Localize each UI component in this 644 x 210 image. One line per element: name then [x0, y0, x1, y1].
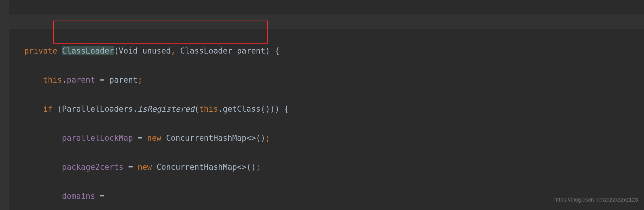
code-line[interactable]: domains = [24, 189, 644, 203]
code-line[interactable]: private ClassLoader(Void unused, ClassLo… [24, 44, 644, 58]
keyword-new: new [138, 162, 152, 172]
method-isregistered: isRegistered [138, 104, 195, 113]
diamond: <>() [246, 133, 266, 143]
close: ())) { [261, 104, 289, 113]
keyword-if: if [43, 104, 53, 113]
type-parallel-loaders: ParallelLoaders [62, 104, 133, 113]
open-paren: ( [53, 104, 62, 113]
code-line[interactable]: parallelLockMap = new ConcurrentHashMap<… [24, 131, 644, 145]
type-concurrenthashmap: ConcurrentHashMap [166, 133, 246, 143]
field-parent: parent [67, 75, 95, 84]
semicolon: ; [138, 75, 143, 84]
dot: . [133, 104, 138, 113]
keyword-this: this [199, 104, 218, 113]
keyword-private: private [24, 46, 57, 55]
param-unused: unused [142, 46, 171, 55]
dot: . [218, 104, 223, 113]
eq: = [133, 133, 147, 143]
field-parallellockmap: parallelLockMap [62, 133, 133, 143]
param-parent: parent [237, 46, 265, 55]
eq: = [95, 192, 105, 201]
method-getclass: getClass [223, 104, 261, 113]
code-line[interactable]: if (ParallelLoaders.isRegistered(this.ge… [24, 102, 644, 116]
dot: . [62, 75, 67, 84]
diamond: <>() [237, 162, 256, 172]
space [152, 162, 157, 172]
type-void: Void [119, 46, 138, 55]
type-classloader: ClassLoader [180, 46, 232, 55]
var-parent: parent [109, 75, 138, 84]
type-classloader: ClassLoader [62, 46, 114, 55]
space [161, 133, 166, 143]
keyword-this: this [43, 75, 62, 84]
field-package2certs: package2certs [62, 162, 124, 172]
brace: ) { [265, 46, 279, 55]
code-line[interactable]: package2certs = new ConcurrentHashMap<>(… [24, 160, 644, 174]
watermark-text: https://blog.csdn.net/zxzzxzzxz123 [554, 192, 638, 207]
field-domains: domains [62, 192, 95, 201]
eq: = [124, 162, 138, 172]
eq: = [95, 75, 109, 84]
code-line[interactable]: this.parent = parent; [24, 73, 644, 87]
keyword-new: new [147, 133, 161, 143]
code-editor[interactable]: private ClassLoader(Void unused, ClassLo… [0, 0, 644, 210]
type-concurrenthashmap: ConcurrentHashMap [156, 162, 237, 172]
semicolon: ; [265, 133, 270, 143]
open-paren: ( [195, 104, 199, 113]
comma: , [171, 46, 175, 55]
semicolon: ; [256, 162, 261, 172]
